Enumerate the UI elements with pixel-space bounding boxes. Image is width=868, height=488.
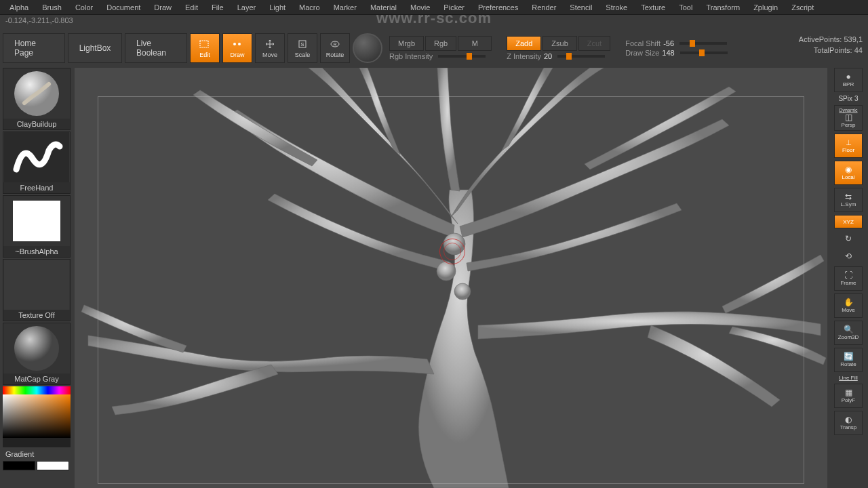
focal-shift-slider[interactable]: Focal Shift -56 xyxy=(625,39,727,47)
edit-mode-button[interactable]: Edit xyxy=(190,33,220,63)
texture-selector[interactable]: Texture Off xyxy=(3,259,71,321)
main-toolbar: Home Page LightBox Live Boolean Edit Dra… xyxy=(0,31,868,65)
rotate-y-button[interactable]: ↻ xyxy=(834,231,863,246)
local-button[interactable]: ◉Local xyxy=(834,161,863,185)
cursor-coordinates: -0.124,-3.211,-0.803 xyxy=(5,16,73,24)
menu-zscript[interactable]: Zscript xyxy=(785,1,821,14)
live-boolean-button[interactable]: Live Boolean xyxy=(125,33,187,63)
rotate-mode-button[interactable]: R Rotate xyxy=(320,33,350,63)
material-sphere-button[interactable] xyxy=(353,33,382,63)
rotate-icon: 🔄 xyxy=(844,352,854,361)
sphere-icon: ● xyxy=(846,73,850,81)
zoom-icon: 🔍 xyxy=(844,325,854,333)
z-intensity-slider[interactable]: Z Intensity 20 xyxy=(507,52,610,60)
rgb-intensity-slider[interactable]: Rgb Intensity xyxy=(389,52,492,60)
menu-light[interactable]: Light xyxy=(262,1,292,14)
scale-icon: S xyxy=(296,38,309,50)
point-stats: ActivePoints: 539,1 TotalPoints: 44 xyxy=(799,34,863,56)
saturation-value-area[interactable] xyxy=(3,394,71,438)
move-icon xyxy=(263,38,277,50)
frame-icon: ⛶ xyxy=(844,271,852,279)
svg-point-2 xyxy=(238,43,241,45)
material-thumb xyxy=(4,323,69,373)
gradient-label: Gradient xyxy=(3,449,71,460)
grid-icon: ▦ xyxy=(845,388,852,396)
draw-size-slider[interactable]: Draw Size 148 xyxy=(625,49,727,57)
color-swatch-white[interactable] xyxy=(37,461,69,470)
rgb-button[interactable]: Rgb xyxy=(425,36,456,51)
draw-icon xyxy=(231,38,244,50)
zadd-button[interactable]: Zadd xyxy=(507,36,541,51)
menu-edit[interactable]: Edit xyxy=(178,1,205,14)
hue-strip[interactable] xyxy=(3,386,71,394)
menu-zplugin[interactable]: Zplugin xyxy=(747,1,785,14)
alpha-thumb xyxy=(4,196,69,246)
watermark-text: www.rr-sc.com xyxy=(376,9,492,27)
stroke-thumb xyxy=(4,132,69,182)
menu-transform[interactable]: Transform xyxy=(699,1,747,14)
left-palette: ClayBuildup FreeHand ~BrushAlpha Texture… xyxy=(3,68,71,470)
bpr-render-button[interactable]: ●BPR xyxy=(834,68,863,92)
hand-icon: ✋ xyxy=(844,298,854,306)
menu-tool[interactable]: Tool xyxy=(672,1,699,14)
menu-alpha[interactable]: Alpha xyxy=(3,1,35,14)
svg-point-1 xyxy=(233,43,236,45)
move-mode-button[interactable]: Move xyxy=(255,33,285,63)
linefill-label: Line Fill xyxy=(839,375,858,381)
spix-value[interactable]: SPix3 xyxy=(838,95,858,102)
rotate-y-icon: ↻ xyxy=(845,235,852,243)
color-picker[interactable] xyxy=(3,386,71,447)
transp-button[interactable]: ◐Transp xyxy=(834,411,863,435)
texture-thumb xyxy=(4,260,69,310)
menu-macro[interactable]: Macro xyxy=(292,1,327,14)
menu-stencil[interactable]: Stencil xyxy=(563,1,599,14)
viewport-3d[interactable] xyxy=(75,68,827,488)
home-page-button[interactable]: Home Page xyxy=(3,33,65,63)
color-swatch-black[interactable] xyxy=(3,461,35,470)
menu-draw[interactable]: Draw xyxy=(147,1,178,14)
menu-file[interactable]: File xyxy=(205,1,231,14)
m-button[interactable]: M xyxy=(458,36,492,51)
svg-point-7 xyxy=(14,326,59,371)
scale-mode-button[interactable]: S Scale xyxy=(288,33,317,63)
right-toolbar: ●BPR SPix3 Dynamic ◫Persp ⟂Floor ◉Local … xyxy=(831,68,865,435)
lightbox-button[interactable]: LightBox xyxy=(68,33,122,63)
viewport-frame xyxy=(98,96,804,484)
zsub-button[interactable]: Zsub xyxy=(542,36,576,51)
svg-rect-0 xyxy=(200,41,208,47)
cube-icon: ◫ xyxy=(845,113,852,121)
draw-mode-button[interactable]: Draw xyxy=(222,33,252,63)
transparency-icon: ◐ xyxy=(845,415,852,424)
menu-texture[interactable]: Texture xyxy=(634,1,672,14)
floor-button[interactable]: ⟂Floor xyxy=(834,134,863,158)
menu-render[interactable]: Render xyxy=(525,1,563,14)
zcut-button[interactable]: Zcut xyxy=(578,36,610,51)
menu-brush[interactable]: Brush xyxy=(35,1,68,14)
menu-color[interactable]: Color xyxy=(68,1,100,14)
menu-marker[interactable]: Marker xyxy=(327,1,363,14)
brush-cursor xyxy=(439,239,465,264)
frame-button[interactable]: ⛶Frame xyxy=(834,266,863,291)
menu-document[interactable]: Document xyxy=(100,1,147,14)
alpha-selector[interactable]: ~BrushAlpha xyxy=(3,195,71,258)
local-icon: ◉ xyxy=(845,165,852,174)
brush-selector[interactable]: ClayBuildup xyxy=(3,68,71,130)
rotate-icon: R xyxy=(328,38,342,50)
polyf-button[interactable]: ▦PolyF xyxy=(834,384,863,408)
stroke-selector[interactable]: FreeHand xyxy=(3,131,71,194)
menu-layer[interactable]: Layer xyxy=(231,1,263,14)
lsym-button[interactable]: ⇆L.Sym xyxy=(834,188,863,212)
menu-stroke[interactable]: Stroke xyxy=(599,1,634,14)
zoom3d-button[interactable]: 🔍Zoom3D xyxy=(834,321,863,345)
rotate-view-button[interactable]: 🔄Rotate xyxy=(834,348,863,372)
mrgb-button[interactable]: Mrgb xyxy=(389,36,424,51)
persp-button[interactable]: Dynamic ◫Persp xyxy=(834,105,863,131)
material-selector[interactable]: MatCap Gray xyxy=(3,323,71,385)
xyz-button[interactable]: XYZ xyxy=(834,215,863,228)
symmetry-icon: ⇆ xyxy=(845,192,852,201)
brush-thumb xyxy=(4,68,69,119)
rotate-z-button[interactable]: ⟲ xyxy=(834,249,863,264)
move-view-button[interactable]: ✋Move xyxy=(834,293,863,318)
svg-text:R: R xyxy=(333,42,336,47)
edit-icon xyxy=(198,38,212,50)
